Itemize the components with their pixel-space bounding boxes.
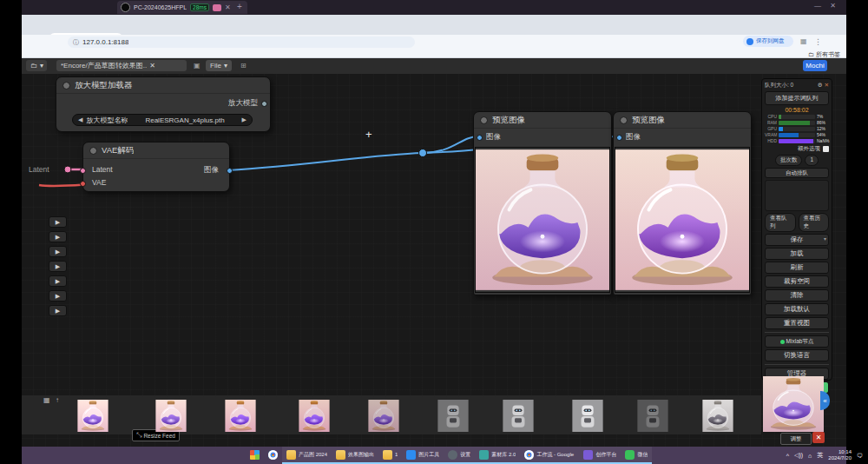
collapse-dot-icon[interactable] (62, 82, 70, 89)
view-history-button[interactable]: 查看历史 (799, 213, 830, 232)
tray-expand-icon[interactable]: ^ (786, 453, 789, 459)
collapsed-node[interactable]: ▶ (49, 290, 67, 302)
taskbar-chrome-window[interactable]: 工作流 - Google Chr… (520, 447, 579, 464)
taskbar-app[interactable]: 创作平台 (579, 447, 621, 464)
arrow-right-icon[interactable]: ▶ (242, 116, 247, 123)
taskbar-folder[interactable]: 效果图输出 (332, 447, 378, 464)
clear-button[interactable]: 清除 (765, 289, 829, 302)
feed-thumbnail[interactable] (690, 400, 746, 432)
extensions-puzzle-icon[interactable]: ▦ (800, 37, 807, 45)
expand-icon[interactable]: ▶ (56, 249, 60, 255)
input-port-image[interactable] (616, 135, 622, 141)
taskbar-folder[interactable]: 1 (378, 447, 402, 464)
collapse-dot-icon[interactable] (480, 116, 488, 124)
remote-session-tab[interactable]: PC-20240625HFPL 28ms ✕ (117, 1, 247, 14)
remote-tab-close-icon[interactable]: ✕ (225, 3, 231, 11)
queue-prompt-button[interactable]: 添加提示词队列 (765, 91, 829, 105)
mochi-button[interactable]: Mochi (803, 60, 827, 71)
collapsed-node[interactable]: ▶ (49, 275, 67, 287)
start-button[interactable] (246, 447, 264, 464)
workflow-tab[interactable]: *Encore/产品草图转效果图.. ✕ (56, 60, 187, 71)
refresh-button[interactable]: 刷新 (765, 262, 829, 274)
output-port-model[interactable] (261, 101, 267, 107)
extra-options-checkbox[interactable] (823, 146, 829, 152)
reset-view-button[interactable]: 重置视图 (765, 317, 829, 329)
taskbar-folder[interactable]: 产品图 2024 (282, 447, 332, 464)
feed-thumbnail[interactable] (143, 400, 199, 432)
feed-thumbnail[interactable] (490, 400, 546, 432)
network-icon[interactable]: ⌂ (808, 453, 812, 459)
feed-thumbnail[interactable] (560, 400, 615, 432)
feed-thumbnail[interactable] (213, 400, 268, 432)
model-name-combo[interactable]: ◀ 放大模型名称 RealESRGAN_x4plus.pth ▶ (72, 114, 253, 126)
workflow-tab-close-icon[interactable]: ✕ (149, 62, 155, 70)
collapsed-node[interactable]: ▶ (49, 305, 67, 316)
node-header[interactable]: 预览图像 (474, 112, 611, 129)
mixlab-nodes-button[interactable]: Mixlab节点 (765, 335, 829, 348)
feed-thumbnail[interactable] (425, 400, 481, 432)
batch-count-value[interactable]: 1 (805, 155, 819, 166)
arrow-left-icon[interactable]: ◀ (78, 116, 82, 123)
address-bar[interactable]: ⓘ 127.0.0.1:8188 (68, 36, 415, 48)
save-button[interactable]: 保存 ▾ (765, 234, 829, 246)
save-to-drive-extension-button[interactable]: 保存到网盘 (743, 36, 793, 47)
node-preview-image-2[interactable]: 预览图像 图像 (613, 111, 752, 295)
remote-window-controls[interactable]: — ✕ (814, 2, 839, 10)
feed-thumbnail[interactable] (625, 400, 681, 432)
expand-icon[interactable]: ▶ (56, 308, 60, 315)
taskbar-chrome[interactable] (264, 447, 282, 464)
expand-icon[interactable]: ▶ (56, 234, 60, 241)
node-upscale-model-loader[interactable]: 放大模型加载器 放大模型 ◀ 放大模型名称 RealESRGAN_x4plus.… (56, 76, 271, 132)
node-header[interactable]: 放大模型加载器 (56, 77, 270, 94)
auto-queue-button[interactable]: 自动排队 (765, 168, 829, 178)
expand-icon[interactable]: ▶ (56, 293, 60, 300)
adjust-button[interactable]: 调整 (780, 433, 812, 445)
menu-close-icon[interactable]: ✕ (825, 82, 829, 89)
taskbar-wechat[interactable]: 微信 (621, 447, 652, 464)
preview-image-bottle[interactable] (615, 147, 750, 293)
taskbar-clock[interactable]: 10:14 2024/7/20 (828, 449, 852, 461)
clipspace-button[interactable]: 裁剪空间 (765, 275, 829, 288)
node-header[interactable]: VAE解码 (83, 143, 229, 159)
input-port-latent[interactable] (80, 168, 86, 174)
remote-new-tab-button[interactable]: + (237, 2, 242, 11)
taskbar-folder[interactable]: 素材库 2.0 (475, 447, 520, 464)
node-vae-decode[interactable]: VAE解码 Latent VAE 图像 (82, 142, 230, 192)
save-dropdown-icon[interactable]: ▾ (824, 235, 826, 242)
feed-thumbnail[interactable] (356, 400, 411, 432)
extra-options-row[interactable]: 额外选项 (765, 144, 829, 153)
node-header[interactable]: 预览图像 (614, 112, 751, 129)
site-info-icon[interactable]: ⓘ (73, 38, 79, 47)
settings-gear-icon[interactable]: ⚙ (818, 82, 823, 89)
expand-icon[interactable]: ▶ (56, 219, 60, 226)
view-queue-button[interactable]: 查看队列 (765, 213, 796, 232)
collapse-dot-icon[interactable] (89, 147, 97, 155)
collapse-dot-icon[interactable] (620, 116, 628, 124)
switch-language-button[interactable]: 切换语言 (765, 349, 829, 361)
expand-icon[interactable]: ▶ (56, 263, 60, 270)
close-feed-button[interactable]: ✕ (812, 432, 825, 443)
output-port-image[interactable] (227, 168, 233, 174)
notifications-icon[interactable]: 🗨 (857, 453, 863, 459)
collapsed-node[interactable]: ▶ (49, 216, 67, 228)
save-workflow-icon[interactable]: ▣ (194, 62, 201, 70)
load-button[interactable]: 加载 (765, 248, 829, 260)
node-preview-image-1[interactable]: 预览图像 图像 (473, 111, 612, 295)
file-menu-button[interactable]: File ▾ (206, 60, 232, 71)
feed-thumbnail[interactable] (286, 400, 342, 432)
feed-thumbnail[interactable] (65, 400, 121, 432)
feed-up-arrow-icon[interactable]: ↑ (56, 396, 59, 404)
input-port-vae[interactable] (80, 181, 86, 187)
collapsed-node[interactable]: ▶ (49, 261, 67, 272)
load-default-button[interactable]: 加载默认 (765, 303, 829, 315)
input-port-image[interactable] (477, 135, 483, 141)
browser-menu-icon[interactable]: ⋮ (814, 37, 822, 46)
sidebar-result-thumbnail[interactable] (763, 376, 824, 432)
collapsed-node[interactable]: ▶ (49, 231, 67, 242)
taskbar-settings[interactable]: 设置 (444, 447, 475, 464)
collapsed-node[interactable]: ▶ (49, 246, 67, 257)
volume-icon[interactable]: ◁)) (794, 452, 803, 459)
image-feed-icon[interactable]: ▦ (43, 396, 50, 404)
taskbar-app[interactable]: 图片工具 (402, 447, 444, 464)
grid-view-icon[interactable]: ⊞ (240, 62, 247, 70)
